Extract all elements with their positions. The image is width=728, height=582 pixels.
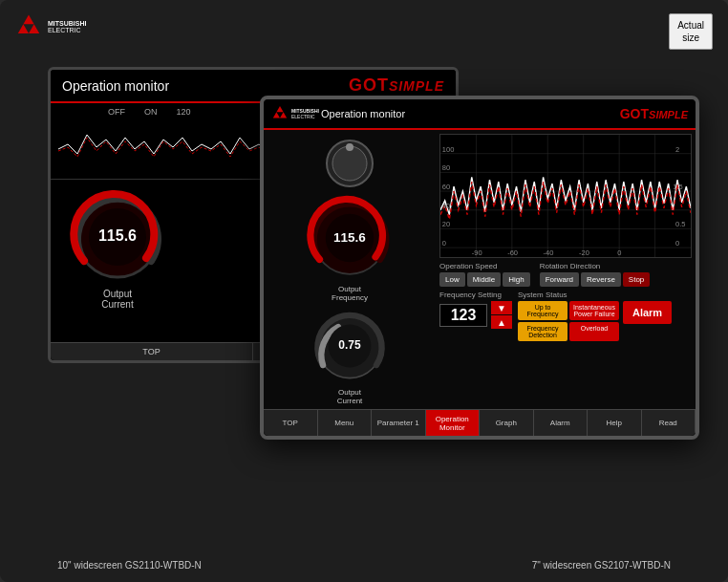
right-panel-7: 100 80 60 40 20 0 -90 -60 -40 -20 0 [436, 130, 696, 407]
alarm-button[interactable]: Alarm [623, 301, 672, 324]
header-7: Operation monitor GOTSIMPLE [264, 99, 696, 130]
freq-setting-label: Frequency Setting [439, 291, 512, 299]
gauge-freq-label-7: OutputFrequency [332, 285, 368, 302]
status-freq-detection[interactable]: FrequencyDetection [518, 322, 567, 341]
system-status-group: System Status Up toFrequency Instantaneo… [518, 291, 672, 341]
freq-value-display: 123 [439, 304, 487, 327]
speed-middle-btn[interactable]: Middle [467, 272, 502, 287]
trend-svg-7: 100 80 60 40 20 0 -90 -60 -40 -20 0 [440, 135, 691, 257]
brand-sub-7: ELECTRIC [291, 114, 319, 119]
outer-container: MITSUBISHI ELECTRIC Actualsize Operation… [0, 0, 728, 582]
forward-btn[interactable]: Forward [540, 272, 579, 287]
nav-read-7[interactable]: Read [642, 410, 696, 436]
freq-down-btn[interactable]: ▼ [491, 301, 512, 314]
status-alarm-row: Up toFrequency InstantaneousPower Failur… [518, 301, 672, 341]
speed-low-btn[interactable]: Low [439, 272, 465, 287]
nav-op-monitor-7[interactable]: OperationMonitor [426, 410, 481, 436]
svg-text:0: 0 [675, 239, 679, 248]
label-7-screen: 7" widescreen GS2107-WTBD-N [532, 560, 671, 571]
screen-labels: 10" widescreen GS2110-WTBD-N 7" widescre… [0, 560, 728, 571]
svg-text:-40: -40 [544, 248, 554, 257]
svg-text:20: 20 [442, 220, 450, 228]
status-up-to-freq[interactable]: Up toFrequency [518, 301, 567, 320]
got-prefix-7: GOT [620, 106, 649, 121]
rotation-direction-group: Rotation Direction Forward Reverse Stop [540, 262, 651, 287]
svg-text:60: 60 [442, 183, 450, 191]
screen-7-display: MITSUBISHI ELECTRIC Operation monitor GO… [264, 99, 696, 436]
svg-text:40: 40 [442, 202, 450, 210]
left-panel-7: 115.6 OutputFrequency 0.75 Ou [264, 130, 436, 407]
got-logo-10: GOTSIMPLE [349, 75, 444, 96]
speed-btn-row: Low Middle High [439, 272, 530, 287]
svg-point-11 [346, 143, 353, 151]
svg-text:0: 0 [442, 239, 446, 248]
system-status-grid: Up toFrequency InstantaneousPower Failur… [518, 301, 619, 341]
trend-label-120: 120 [177, 107, 191, 117]
speed-high-btn[interactable]: High [503, 272, 529, 287]
content-7: 115.6 OutputFrequency 0.75 Ou [264, 130, 696, 407]
label-10-screen: 10" widescreen GS2110-WTBD-N [57, 560, 202, 571]
svg-text:-60: -60 [507, 248, 518, 257]
svg-text:0: 0 [617, 248, 621, 257]
trend-labels-10: OFF ON 120 [108, 107, 191, 117]
trend-label-on: ON [144, 107, 158, 117]
actual-size-button[interactable]: Actualsize [669, 13, 713, 50]
got-prefix-10: GOT [349, 75, 389, 95]
svg-marker-0 [23, 14, 33, 24]
lower-controls: Frequency Setting 123 ▼ ▲ Syst [439, 291, 692, 341]
stop-btn[interactable]: Stop [623, 272, 650, 287]
status-power-failure[interactable]: InstantaneousPower Failure [569, 301, 619, 320]
nav-param1-7[interactable]: Parameter 1 [372, 410, 426, 436]
operation-speed-group: Operation Speed Low Middle High [439, 262, 530, 287]
got-logo-7: GOTSIMPLE [620, 106, 688, 121]
svg-text:0.5: 0.5 [675, 220, 685, 228]
nav-menu-7[interactable]: Menu [318, 410, 373, 436]
svg-marker-1 [18, 24, 29, 33]
svg-point-10 [332, 146, 367, 181]
knob-area [324, 138, 375, 189]
nav-graph-7[interactable]: Graph [480, 410, 534, 436]
nav-alarm-7[interactable]: Alarm [534, 410, 589, 436]
gauge-output-current-10: 115.6 OutputCurrent [70, 189, 165, 310]
trend-chart-7: 100 80 60 40 20 0 -90 -60 -40 -20 0 [439, 134, 692, 258]
status-overload[interactable]: Overload [569, 322, 619, 341]
rotation-btn-row: Forward Reverse Stop [540, 272, 651, 287]
gauge-svg-current-7: 0.75 [311, 308, 388, 384]
freq-up-btn[interactable]: ▲ [491, 315, 512, 329]
nav-help-7[interactable]: Help [588, 410, 642, 436]
system-status-label: System Status [518, 291, 672, 299]
op-speed-label: Operation Speed [439, 262, 530, 270]
svg-text:115.6: 115.6 [98, 227, 137, 244]
reverse-btn[interactable]: Reverse [581, 272, 621, 287]
gauge-label-10: OutputCurrent [101, 289, 133, 310]
gauge-svg-freq-7: 115.6 [307, 195, 393, 281]
svg-text:115.6: 115.6 [333, 230, 366, 245]
nav-top-7[interactable]: TOP [264, 410, 318, 436]
svg-text:100: 100 [442, 145, 454, 154]
op-monitor-title-10: Operation monitor [62, 78, 169, 94]
svg-text:1.5: 1.5 [673, 183, 682, 191]
nav-top-10[interactable]: TOP [51, 343, 253, 360]
trend-label-off: OFF [108, 107, 125, 117]
svg-text:80: 80 [442, 163, 450, 172]
svg-marker-7 [273, 112, 280, 118]
knob-svg [324, 138, 375, 189]
rotation-label: Rotation Direction [540, 262, 651, 270]
svg-text:-90: -90 [472, 248, 482, 257]
gauge-current-label-7: OutputCurrent [337, 388, 363, 405]
mitsubishi-logo-main: MITSUBISHI ELECTRIC [15, 13, 86, 40]
svg-text:2: 2 [675, 145, 679, 154]
svg-marker-2 [29, 24, 39, 33]
op-monitor-title-7: Operation monitor [321, 108, 405, 119]
gauge-output-current-7: 0.75 OutputCurrent [311, 308, 388, 405]
got-suffix-10: SIMPLE [389, 78, 444, 94]
mitsubishi-logo-icon [15, 13, 42, 40]
svg-text:-20: -20 [579, 248, 589, 257]
gauge-output-freq-7: 115.6 OutputFrequency [307, 195, 393, 302]
freq-setting-group: Frequency Setting 123 ▼ ▲ [439, 291, 512, 329]
nav-bar-7: TOP Menu Parameter 1 OperationMonitor Gr… [264, 409, 696, 436]
got-suffix-7: SIMPLE [649, 109, 688, 120]
svg-marker-6 [276, 106, 283, 112]
freq-up-down: ▼ ▲ [491, 301, 512, 329]
gauge-svg-10: 115.6 [70, 189, 165, 285]
